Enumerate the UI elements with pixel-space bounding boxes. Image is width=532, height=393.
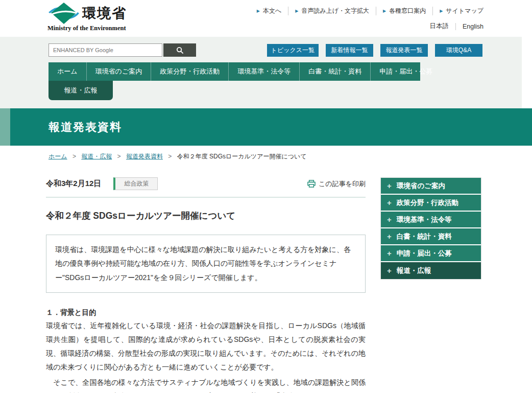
utility-link-accessibility[interactable]: ▶ 音声読み上げ・文字拡大 [288,7,376,15]
search-row: トピックス一覧 新着情報一覧 報道発表一覧 環境Q&A [49,43,482,57]
plus-icon: + [387,181,392,190]
plus-icon: + [387,249,392,258]
print-link-label: この記事を印刷 [319,179,366,189]
sidebar-item-label: 報道・広報 [397,266,431,275]
ministry-logo[interactable]: 環境省 Ministry of the Environment [47,2,127,32]
arrow-right-icon: ▶ [257,9,260,13]
nav-tab-press-pr-active[interactable]: 報道・広報 [49,81,113,100]
breadcrumb-current-page: 令和２年度 SDGsローカルツアー開催について [177,153,307,160]
breadcrumb-home[interactable]: ホーム [49,153,67,160]
utility-link-label: 本文へ [263,7,281,15]
category-tag[interactable]: 総合政策 [113,177,158,190]
search-button[interactable] [163,43,196,57]
arrow-right-icon: ▶ [295,9,298,13]
print-article-link[interactable]: この記事を印刷 [307,179,366,189]
sidebar-item-label: 政策分野・行政活動 [397,198,459,207]
article: 令和3年2月12日 総合政策 この記事を印刷 令和２年度 SDGsローカルツアー… [46,177,366,393]
page-title-banner: 報道発表資料 [0,108,532,146]
nav-item-policy[interactable]: 政策分野・行政活動 [151,62,229,81]
article-summary-box: 環境省は、環境課題を中心に様々な地域課題の解決に取り組みたいと考える方を対象に、… [46,235,366,293]
utility-link-main-text[interactable]: ▶ 本文へ [250,7,288,15]
sidebar-item-label: 白書・統計・資料 [397,232,452,241]
article-dateline: 令和3年2月12日 総合政策 この記事を印刷 [46,177,366,190]
sidebar-item-label: 環境省のご案内 [397,181,445,191]
sidebar-item-label: 申請・届出・公募 [397,249,452,258]
sidebar-item-about[interactable]: + 環境省のご案内 [381,178,481,195]
page-title: 報道発表資料 [49,120,122,135]
section-1-paragraph-2: そこで、全国各地の様々な方法でサスティナブルな地域づくりを実践し、地域の課題解決… [46,376,366,393]
banner-accent-strip [0,108,10,146]
plus-icon: + [387,266,392,275]
nav-item-whitepaper-stats[interactable]: 白書・統計・資料 [300,62,371,81]
section-1-paragraph-1: 環境省では、近年複雑化している環境・経済・社会の課題解決を目指し、ローカルSDG… [46,319,366,374]
sidebar: + 環境省のご案内 + 政策分野・行政活動 + 環境基準・法令等 + 白書・統計… [380,177,481,393]
header-band: トピックス一覧 新着情報一覧 報道発表一覧 環境Q&A ホーム 環境省のご案内 … [0,37,522,108]
divider [46,197,366,198]
sidebar-item-applications[interactable]: + 申請・届出・公募 [381,245,481,262]
quick-links: トピックス一覧 新着情報一覧 報道発表一覧 環境Q&A [267,44,482,57]
sidebar-item-label: 環境基準・法令等 [397,215,452,224]
utility-link-label: サイトマップ [446,7,483,15]
lang-english[interactable]: English [456,23,483,30]
utility-links: ▶ 本文へ ▶ 音声読み上げ・文字拡大 ▶ 各種窓口案内 ▶ サイトマップ [250,7,483,15]
breadcrumb-press-pr[interactable]: 報道・広報 [81,153,112,160]
nav-item-applications[interactable]: 申請・届出・公募 [371,62,441,81]
ministry-logo-icon [47,2,80,25]
press-release-list-button[interactable]: 報道発表一覧 [380,44,428,57]
utility-link-label: 音声読み上げ・文字拡大 [301,7,369,15]
breadcrumb: ホーム > 報道・広報 > 報道発表資料 > 令和２年度 SDGsローカルツアー… [46,152,481,161]
nav-item-standards-laws[interactable]: 環境基準・法令等 [229,62,300,81]
plus-icon: + [387,198,392,207]
utility-link-sitemap[interactable]: ▶ サイトマップ [433,7,483,15]
search-input[interactable] [49,43,162,57]
printer-icon [307,180,316,188]
article-title: 令和２年度 SDGsローカルツアー開催について [46,210,366,222]
new-info-list-button[interactable]: 新着情報一覧 [326,44,373,57]
topics-list-button[interactable]: トピックス一覧 [267,44,319,57]
nav-item-about[interactable]: 環境省のご案内 [87,62,152,81]
breadcrumb-press-release[interactable]: 報道発表資料 [126,153,163,160]
sidebar-item-standards-laws[interactable]: + 環境基準・法令等 [381,212,481,228]
breadcrumb-separator: > [117,153,121,160]
arrow-right-icon: ▶ [383,9,386,13]
logo-subtitle: Ministry of the Environment [47,25,127,32]
arrow-right-icon: ▶ [440,9,443,13]
site-header: 環境省 Ministry of the Environment ▶ 本文へ ▶ … [0,0,532,37]
lang-japanese[interactable]: 日本語 [423,22,456,31]
section-1-heading: １．背景と目的 [46,308,366,317]
global-nav: ホーム 環境省のご案内 政策分野・行政活動 環境基準・法令等 白書・統計・資料 … [49,62,420,81]
breadcrumb-separator: > [72,153,76,160]
breadcrumb-separator: > [168,153,172,160]
plus-icon: + [387,215,392,224]
logo-title: 環境省 [82,4,127,22]
sidebar-item-policy[interactable]: + 政策分野・行政活動 [381,195,481,212]
sidebar-menu: + 環境省のご案内 + 政策分野・行政活動 + 環境基準・法令等 + 白書・統計… [380,177,481,280]
plus-icon: + [387,232,392,241]
nav-item-home[interactable]: ホーム [49,62,87,81]
search-icon [176,47,184,54]
sidebar-item-press-pr[interactable]: + 報道・広報 [381,262,481,279]
utility-link-contact-guide[interactable]: ▶ 各種窓口案内 [376,7,433,15]
article-date: 令和3年2月12日 [46,179,101,189]
language-switcher: 日本語 English [250,22,483,31]
content-area: ホーム > 報道・広報 > 報道発表資料 > 令和２年度 SDGsローカルツアー… [46,146,481,393]
utility-link-label: 各種窓口案内 [389,7,426,15]
sidebar-item-whitepaper-stats[interactable]: + 白書・統計・資料 [381,228,481,245]
environment-qa-button[interactable]: 環境Q&A [435,44,482,57]
header-utility-area: ▶ 本文へ ▶ 音声読み上げ・文字拡大 ▶ 各種窓口案内 ▶ サイトマップ 日本… [250,7,483,31]
